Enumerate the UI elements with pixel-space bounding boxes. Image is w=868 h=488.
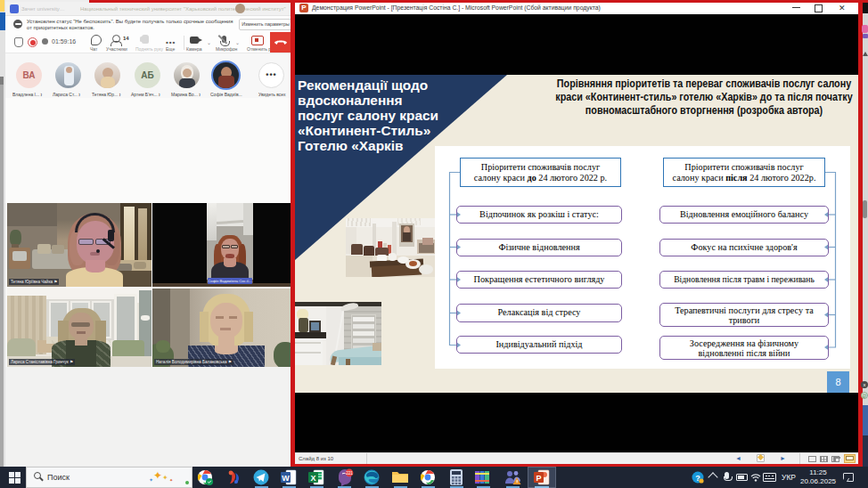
- svg-text:X: X: [310, 474, 315, 483]
- svg-text:221: 221: [346, 471, 353, 476]
- svg-text:W: W: [282, 474, 290, 483]
- svg-text:P: P: [536, 474, 541, 483]
